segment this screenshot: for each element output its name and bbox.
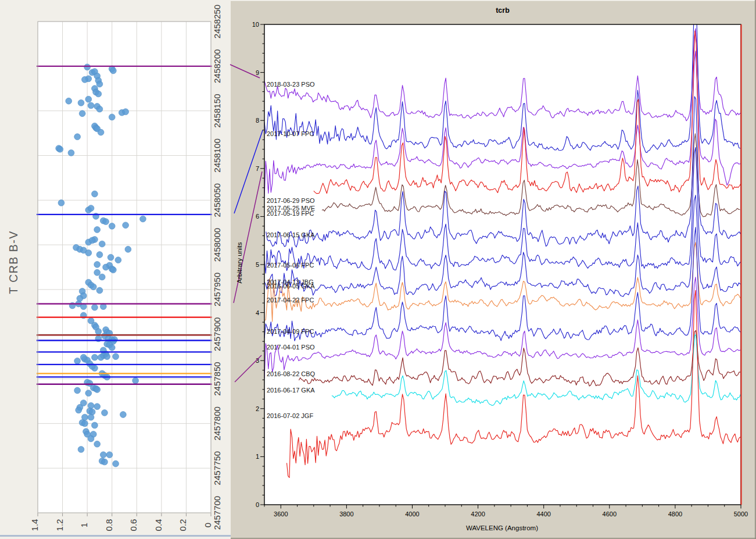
- y-tick-label: 2458200: [212, 49, 222, 83]
- spectrum-label: 2016-08-22 CBQ: [267, 370, 316, 377]
- scatter-point: [74, 387, 81, 394]
- x-tick-label: 0: [203, 523, 213, 527]
- y-tick-label: 6: [256, 213, 259, 220]
- scatter-point: [88, 436, 94, 442]
- y-tick-label: 2458000: [212, 228, 222, 262]
- scatter-point: [94, 387, 101, 393]
- y-tick-label: 4: [256, 309, 259, 316]
- scatter-point: [115, 257, 121, 263]
- scatter-point: [68, 149, 74, 156]
- scatter-point: [88, 205, 94, 212]
- scatter-point: [113, 461, 119, 467]
- scatter-point: [103, 264, 109, 270]
- y-tick-label: 9: [256, 69, 259, 76]
- x-tick-label: 1: [79, 523, 89, 527]
- y-tick-label: 1: [256, 453, 259, 460]
- spectrum-label: 2017-04-22 FPC: [267, 297, 314, 304]
- x-tick-label: 4800: [668, 511, 682, 517]
- scatter-point: [88, 414, 94, 420]
- y-tick-label: 10: [252, 21, 259, 28]
- x-tick-label: 0.2: [178, 519, 188, 531]
- scatter-point: [99, 241, 105, 247]
- application-window: 1.41.210.80.60.40.2024577002457750245780…: [0, 0, 756, 539]
- y-tick-label: 2457750: [212, 451, 222, 485]
- scatter-point: [113, 354, 119, 360]
- x-tick-label: 5000: [734, 511, 748, 517]
- scatter-point: [81, 420, 88, 427]
- scatter-point: [76, 407, 82, 413]
- x-tick-label: 4600: [603, 511, 617, 517]
- scatter-point: [92, 354, 98, 360]
- scatter-point: [95, 329, 102, 335]
- scatter-point: [90, 284, 96, 290]
- scatter-point: [74, 134, 81, 140]
- spectrum-label: 2016-06-17 GKA: [267, 387, 315, 394]
- y-tick-label: 8: [256, 117, 259, 124]
- scatter-point: [132, 377, 139, 384]
- scatter-point: [74, 358, 81, 364]
- scatter-point: [106, 452, 113, 458]
- scatter-point: [92, 304, 98, 310]
- scatter-point: [103, 219, 109, 225]
- y-tick-label: 2458150: [212, 94, 222, 127]
- scatter-point: [84, 64, 91, 70]
- scatter-point: [66, 98, 72, 104]
- x-tick-label: 3800: [339, 511, 353, 517]
- x-tick-label: 1.2: [55, 519, 65, 531]
- scatter-point: [94, 227, 101, 233]
- scatter-point: [110, 67, 116, 74]
- x-tick-label: 0.4: [153, 519, 163, 531]
- scatter-point: [96, 287, 103, 294]
- x-tick-label: 1.4: [30, 519, 40, 531]
- scatter-point: [94, 404, 101, 410]
- scatter-point: [104, 354, 110, 360]
- spectrum-label: 2017-04-01 PSO: [267, 344, 315, 351]
- scatter-point: [99, 274, 105, 280]
- x-tick-label: 4000: [405, 511, 419, 517]
- y-axis-title: Arbitrary units: [236, 242, 243, 283]
- bv-scatter-chart: 1.41.210.80.60.40.2024577002457750245780…: [30, 5, 222, 531]
- y-tick-label: 2457900: [212, 317, 222, 351]
- scatter-point: [78, 99, 84, 106]
- scatter-point: [94, 441, 101, 447]
- y-tick-label: 2457950: [212, 273, 222, 306]
- scatter-point: [98, 129, 104, 135]
- scatter-point: [96, 81, 103, 87]
- spectrum-label: 2017-05-06 FPC: [267, 262, 314, 269]
- scatter-point: [88, 102, 94, 109]
- scatter-point: [58, 199, 65, 206]
- y-tick-label: 2458250: [212, 5, 222, 38]
- y-tick-label: 2458050: [212, 183, 222, 217]
- x-tick-label: 0.8: [104, 519, 114, 531]
- scatter-point: [110, 267, 116, 273]
- y-tick-label: 2457850: [212, 362, 222, 395]
- left-panel-bottom-edge: [0, 535, 231, 537]
- y-tick-label: 2458100: [212, 138, 222, 172]
- scatter-point: [57, 146, 63, 152]
- scatter-point: [85, 96, 92, 102]
- spectrum-label: 2016-07-02 JGF: [267, 412, 313, 419]
- scatter-plot-area: [38, 22, 211, 513]
- scatter-point: [94, 261, 101, 267]
- scatter-point: [94, 269, 101, 276]
- scatter-point: [109, 344, 115, 351]
- spectrum-label: 2017-06-15 GKA: [267, 231, 315, 238]
- x-axis-title: WAVELENG (Angstrom): [466, 524, 538, 531]
- x-tick-label: 4400: [536, 511, 550, 517]
- scatter-point: [79, 110, 85, 117]
- scatter-point: [102, 410, 108, 416]
- scatter-point: [89, 237, 95, 244]
- x-tick-label: 0.6: [128, 519, 138, 531]
- scatter-point: [80, 400, 87, 406]
- spectrum-label: 2017-06-29 PSO: [267, 197, 315, 204]
- scatter-point: [81, 76, 88, 83]
- x-tick-label: 3600: [274, 511, 288, 517]
- scatter-point: [120, 412, 126, 418]
- spectrum-label: 2018-03-23 PSO: [267, 81, 315, 88]
- spectrum-label: 2017-05-19 FPC: [267, 210, 314, 217]
- scatter-point: [100, 452, 106, 458]
- scatter-point: [123, 222, 129, 229]
- scatter-point: [92, 422, 98, 429]
- spectrum-label: 2017-10-07 FPC: [267, 130, 314, 137]
- y-tick-label: 7: [256, 165, 259, 172]
